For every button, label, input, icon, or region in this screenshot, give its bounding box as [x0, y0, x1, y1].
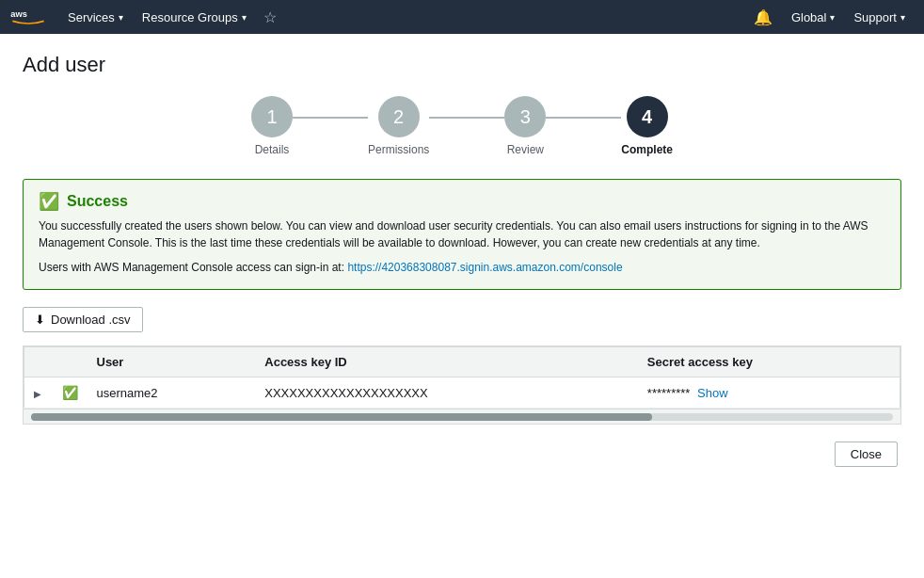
users-table-wrapper: User Access key ID Secret access key ▶ ✅…: [23, 345, 901, 409]
step-4: 4 Complete: [621, 96, 673, 156]
access-key-column-header: Access key ID: [255, 347, 638, 377]
table-header-row: User Access key ID Secret access key: [24, 347, 900, 377]
bell-icon[interactable]: 🔔: [744, 0, 782, 34]
step-3: 3 Review: [504, 96, 546, 156]
page-title: Add user: [23, 53, 901, 77]
aws-logo[interactable]: aws: [9, 5, 47, 29]
step-1: 1 Details: [251, 96, 293, 156]
close-button-row: Close: [23, 442, 901, 467]
scrollbar-thumb: [31, 413, 652, 421]
secret-key-column-header: Secret access key: [638, 347, 900, 377]
step-2: 2 Permissions: [368, 96, 429, 156]
services-caret-icon: ▾: [119, 12, 123, 23]
download-csv-button[interactable]: ⬇ Download .csv: [23, 307, 143, 332]
step-connector-1-2: [293, 117, 368, 119]
step-3-circle: 3: [504, 96, 546, 137]
success-body: You successfully created the users shown…: [39, 217, 885, 276]
step-connector-2-3: [429, 117, 504, 119]
table-row: ▶ ✅ username2 XXXXXXXXXXXXXXXXXXXX *****…: [24, 377, 900, 409]
top-navigation: aws Services ▾ Resource Groups ▾ ☆ 🔔 Glo…: [0, 0, 924, 34]
users-table: User Access key ID Secret access key ▶ ✅…: [24, 346, 900, 409]
row-success-icon: ✅: [62, 385, 78, 400]
download-icon: ⬇: [35, 313, 45, 327]
expand-cell[interactable]: ▶: [24, 377, 53, 409]
expand-column-header: [24, 347, 53, 377]
row-status-cell: ✅: [53, 377, 88, 409]
success-message-2: Users with AWS Management Console access…: [39, 259, 885, 276]
svg-text:aws: aws: [10, 9, 27, 19]
secret-key-cell: ********* Show: [638, 377, 900, 409]
success-message-1: You successfully created the users shown…: [39, 217, 885, 251]
close-button[interactable]: Close: [835, 442, 898, 467]
stepper: 1 Details 2 Permissions 3 Review 4 Compl…: [23, 96, 901, 156]
step-1-label: Details: [255, 143, 290, 156]
main-content: Add user 1 Details 2 Permissions 3 Revie…: [0, 34, 924, 578]
expand-row-icon[interactable]: ▶: [34, 389, 41, 399]
services-menu[interactable]: Services ▾: [58, 0, 133, 34]
step-4-label: Complete: [621, 143, 673, 156]
support-caret-icon: ▾: [900, 12, 905, 23]
secret-key-dots: *********: [647, 386, 691, 400]
step-1-circle: 1: [251, 96, 293, 137]
user-column-header: User: [88, 347, 256, 377]
horizontal-scrollbar[interactable]: [23, 409, 901, 425]
step-2-circle: 2: [378, 96, 420, 137]
signin-url-link[interactable]: https://420368308087.signin.aws.amazon.c…: [347, 261, 622, 274]
region-caret-icon: ▾: [830, 12, 835, 23]
access-key-cell: XXXXXXXXXXXXXXXXXXXX: [255, 377, 638, 409]
success-title: Success: [67, 193, 128, 210]
support-menu[interactable]: Support ▾: [844, 0, 915, 34]
resource-groups-menu[interactable]: Resource Groups ▾: [133, 0, 256, 34]
resource-groups-caret-icon: ▾: [242, 12, 247, 23]
step-connector-3-4: [546, 117, 621, 119]
success-check-icon: ✅: [39, 193, 59, 210]
scrollbar-track: [31, 413, 893, 421]
success-header: ✅ Success: [39, 193, 885, 210]
show-secret-key-link[interactable]: Show: [697, 386, 728, 400]
region-selector[interactable]: Global ▾: [782, 0, 845, 34]
status-column-header: [53, 347, 88, 377]
step-3-label: Review: [507, 143, 544, 156]
step-4-circle: 4: [627, 96, 668, 137]
success-banner: ✅ Success You successfully created the u…: [23, 179, 901, 290]
favorites-icon[interactable]: ☆: [256, 8, 284, 26]
user-cell: username2: [88, 377, 256, 409]
step-2-label: Permissions: [368, 143, 429, 156]
